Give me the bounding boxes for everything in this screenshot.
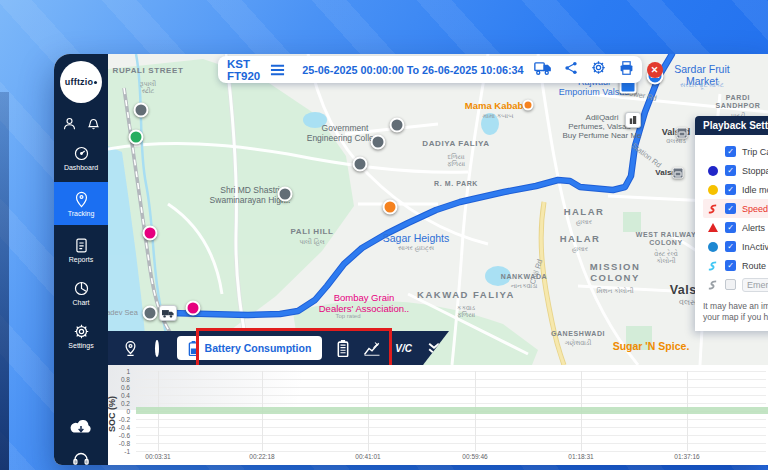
y-tick: -0.2 — [108, 416, 130, 423]
sidebar-item-tracking[interactable]: Tracking — [54, 182, 108, 225]
stop-marker-2[interactable] — [278, 187, 293, 202]
y-tick: 0.4 — [108, 392, 130, 399]
y-tick: 1 — [108, 368, 130, 375]
alerts-triangle-icon — [708, 223, 718, 232]
y-tick: -0.4 — [108, 424, 130, 431]
playback-row-speed[interactable]: Speed more than — [703, 199, 768, 218]
playback-row-trip-calculation[interactable]: Trip Calculation — [703, 142, 768, 161]
graph-annotation-icon[interactable] — [356, 341, 388, 356]
support-headset-icon[interactable] — [72, 451, 90, 465]
soc-chart: SOC (%) 1 0.8 0.6 0.4 0.2 0 -0.2 -0.4 -0… — [108, 365, 768, 465]
app-window: ufftzio Dashboard Tracking Reports Chart — [54, 54, 768, 465]
x-tick: 00:59:46 — [462, 453, 487, 460]
checkbox-inactive[interactable] — [725, 241, 736, 252]
date-range[interactable]: 25-06-2025 00:00:00 To 26-06-2025 10:06:… — [302, 64, 523, 76]
playback-row-alerts[interactable]: Alerts — [703, 218, 768, 237]
stop-marker-6[interactable] — [143, 306, 158, 321]
checkbox-route[interactable] — [725, 260, 736, 271]
checkbox-alerts[interactable] — [725, 222, 736, 233]
checkbox-idle[interactable] — [725, 184, 736, 195]
notification-bell-icon[interactable] — [86, 116, 101, 131]
playback-toolbar: Battery Consumption V/C — [108, 331, 449, 365]
checkbox-emergency-light[interactable] — [725, 279, 736, 290]
y-tick: -0.8 — [108, 440, 130, 447]
playback-row-route[interactable]: Route — [703, 256, 768, 275]
stoppage-dot-icon — [708, 166, 718, 176]
playback-note: It may have an impact on your map if you… — [703, 301, 768, 323]
app-logo[interactable]: ufftzio — [60, 61, 102, 103]
playback-row-emergency-light[interactable]: Emergency Light — [703, 275, 768, 294]
stop-marker-3[interactable] — [390, 118, 405, 133]
cloud-download-icon[interactable] — [68, 417, 94, 437]
x-tick: 00:03:31 — [145, 453, 170, 460]
playback-row-idle[interactable]: Idle more than — [703, 180, 768, 199]
y-tick: 0.8 — [108, 376, 130, 383]
poi-marker-bombay-grain[interactable] — [186, 301, 201, 316]
railway-station-icon-1 — [677, 128, 688, 139]
voltage-current-toggle[interactable]: V/C — [388, 343, 419, 354]
share-icon[interactable] — [564, 61, 578, 79]
y-tick: 0 — [108, 408, 130, 415]
stop-marker-1[interactable] — [134, 103, 149, 118]
app-logo-text: ufftzio — [65, 77, 93, 87]
stop-marker-4[interactable] — [371, 135, 386, 150]
camera-marker-1[interactable] — [143, 226, 158, 241]
sidebar-item-reports[interactable]: Reports — [54, 231, 108, 268]
poi-marker-adilqadri[interactable] — [625, 112, 641, 128]
x-tick: 00:22:18 — [249, 453, 274, 460]
battery-icon — [188, 341, 199, 356]
railway-station-icon-2 — [673, 168, 684, 179]
trip-start-marker[interactable] — [129, 130, 144, 145]
x-tick: 01:18:31 — [568, 453, 593, 460]
emergency-squiggle-icon — [706, 279, 719, 291]
map-view[interactable]: RUPALI STREET રૂપાલી સ્ટ્રીટ Government … — [108, 54, 768, 365]
idle-dot-icon — [708, 185, 718, 195]
checkbox-trip-calculation[interactable] — [725, 146, 736, 157]
close-icon[interactable] — [647, 62, 663, 78]
vehicle-name: KST FT920 — [227, 58, 260, 82]
battery-consumption-button[interactable]: Battery Consumption — [177, 336, 323, 360]
sidebar-item-chart[interactable]: Chart — [54, 274, 108, 311]
inactive-dot-icon — [708, 242, 718, 252]
y-tick: -0.6 — [108, 432, 130, 439]
settings-gear-icon[interactable] — [591, 60, 606, 79]
checkbox-speed[interactable] — [725, 203, 736, 214]
speed-squiggle-icon — [706, 203, 719, 215]
playback-settings-panel: Playback Settings Trip Calculation Stopp… — [695, 116, 768, 331]
y-tick: 0.2 — [108, 400, 130, 407]
vehicle-marker-truck[interactable] — [159, 305, 177, 321]
soc-zero-line-series — [136, 407, 768, 414]
sidebar-item-settings[interactable]: Settings — [54, 317, 108, 354]
playback-row-stoppage[interactable]: Stoppage more than — [703, 161, 768, 180]
main-content: RUPALI STREET રૂપાલી સ્ટ્રીટ Government … — [108, 54, 768, 465]
sidebar: ufftzio Dashboard Tracking Reports Chart — [54, 54, 108, 465]
user-icon[interactable] — [62, 116, 77, 131]
alert-marker-1[interactable] — [383, 200, 398, 215]
print-icon[interactable] — [619, 61, 634, 79]
poi-marker-mama-kababis[interactable] — [523, 100, 534, 111]
checkbox-stoppage[interactable] — [725, 165, 736, 176]
x-tick: 01:37:16 — [674, 453, 699, 460]
route-squiggle-icon — [706, 260, 719, 272]
stop-marker-5[interactable] — [353, 157, 368, 172]
x-tick: 00:41:01 — [355, 453, 380, 460]
playback-settings-title: Playback Settings — [695, 116, 768, 135]
map-canvas[interactable] — [108, 54, 768, 365]
background-edge-shade — [0, 92, 9, 470]
playback-row-inactive[interactable]: InActive — [703, 237, 768, 256]
sidebar-item-dashboard[interactable]: Dashboard — [54, 139, 108, 176]
menu-icon[interactable] — [270, 64, 285, 76]
location-pin-icon[interactable] — [116, 340, 145, 357]
trip-sheet-icon[interactable] — [534, 61, 551, 79]
battery-status-icon[interactable] — [330, 340, 356, 357]
playback-toggle-knob[interactable] — [155, 340, 159, 357]
y-tick: -1 — [108, 448, 130, 455]
playback-topbar: KST FT920 25-06-2025 00:00:00 To 26-06-2… — [218, 56, 642, 83]
y-tick: 0.6 — [108, 384, 130, 391]
